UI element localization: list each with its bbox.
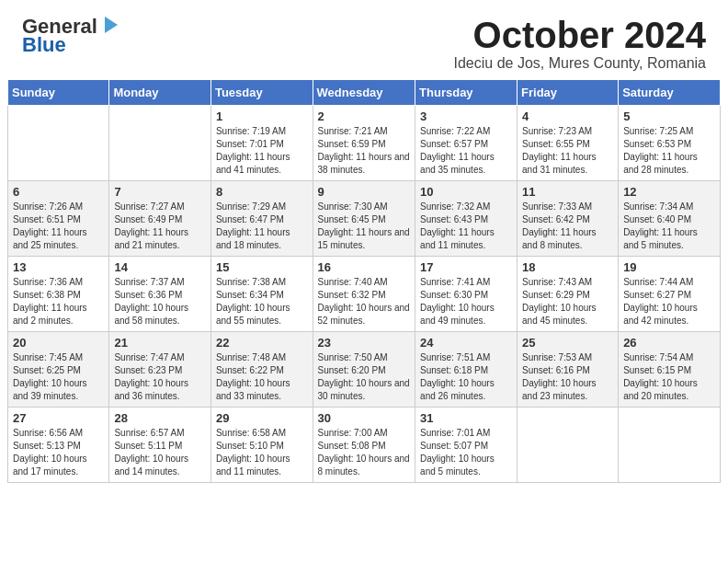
table-row: 6Sunrise: 7:26 AM Sunset: 6:51 PM Daylig… — [8, 181, 109, 257]
day-info: Sunrise: 7:54 AM Sunset: 6:15 PM Dayligh… — [623, 351, 715, 403]
logo-blue: Blue — [22, 33, 66, 57]
col-wednesday: Wednesday — [313, 80, 415, 106]
day-number: 21 — [114, 336, 206, 350]
day-number: 11 — [522, 185, 613, 199]
table-row: 18Sunrise: 7:43 AM Sunset: 6:29 PM Dayli… — [518, 257, 619, 332]
day-info: Sunrise: 7:33 AM Sunset: 6:42 PM Dayligh… — [522, 201, 613, 252]
day-number: 5 — [623, 109, 715, 123]
day-number: 25 — [522, 336, 613, 350]
table-row: 3Sunrise: 7:22 AM Sunset: 6:57 PM Daylig… — [415, 106, 518, 181]
day-number: 12 — [623, 185, 715, 199]
day-number: 26 — [623, 336, 715, 350]
day-number: 10 — [420, 185, 512, 199]
table-row — [518, 408, 619, 483]
table-row: 29Sunrise: 6:58 AM Sunset: 5:10 PM Dayli… — [210, 408, 313, 483]
table-row — [109, 106, 211, 181]
calendar-week-5: 27Sunrise: 6:56 AM Sunset: 5:13 PM Dayli… — [8, 408, 721, 483]
day-info: Sunrise: 7:38 AM Sunset: 6:34 PM Dayligh… — [216, 276, 308, 327]
table-row: 9Sunrise: 7:30 AM Sunset: 6:45 PM Daylig… — [313, 181, 415, 257]
table-row: 16Sunrise: 7:40 AM Sunset: 6:32 PM Dayli… — [313, 257, 415, 332]
calendar-header-row: Sunday Monday Tuesday Wednesday Thursday… — [8, 80, 721, 106]
day-number: 2 — [318, 109, 411, 123]
table-row: 11Sunrise: 7:33 AM Sunset: 6:42 PM Dayli… — [518, 181, 619, 257]
table-row — [619, 408, 721, 483]
day-number: 24 — [420, 336, 512, 350]
day-number: 30 — [318, 411, 411, 425]
col-friday: Friday — [518, 80, 619, 106]
day-info: Sunrise: 7:40 AM Sunset: 6:32 PM Dayligh… — [318, 276, 411, 327]
title-section: October 2024 Ideciu de Jos, Mures County… — [454, 15, 707, 72]
logo-arrow-icon — [99, 15, 119, 35]
day-number: 23 — [318, 336, 411, 350]
col-saturday: Saturday — [619, 80, 721, 106]
day-info: Sunrise: 7:23 AM Sunset: 6:55 PM Dayligh… — [522, 125, 613, 177]
table-row: 4Sunrise: 7:23 AM Sunset: 6:55 PM Daylig… — [518, 106, 619, 181]
svg-marker-0 — [105, 17, 118, 33]
table-row: 25Sunrise: 7:53 AM Sunset: 6:16 PM Dayli… — [518, 332, 619, 408]
col-tuesday: Tuesday — [210, 80, 313, 106]
day-info: Sunrise: 7:34 AM Sunset: 6:40 PM Dayligh… — [623, 201, 715, 252]
day-number: 18 — [522, 260, 613, 274]
location-subtitle: Ideciu de Jos, Mures County, Romania — [454, 55, 707, 72]
day-number: 27 — [13, 411, 104, 425]
calendar-week-3: 13Sunrise: 7:36 AM Sunset: 6:38 PM Dayli… — [8, 257, 721, 332]
day-number: 13 — [13, 260, 104, 274]
day-number: 7 — [114, 185, 206, 199]
day-info: Sunrise: 7:01 AM Sunset: 5:07 PM Dayligh… — [420, 427, 512, 478]
table-row: 23Sunrise: 7:50 AM Sunset: 6:20 PM Dayli… — [313, 332, 415, 408]
table-row: 5Sunrise: 7:25 AM Sunset: 6:53 PM Daylig… — [619, 106, 721, 181]
day-number: 16 — [318, 260, 411, 274]
day-info: Sunrise: 7:27 AM Sunset: 6:49 PM Dayligh… — [114, 201, 206, 252]
table-row: 15Sunrise: 7:38 AM Sunset: 6:34 PM Dayli… — [210, 257, 313, 332]
table-row: 27Sunrise: 6:56 AM Sunset: 5:13 PM Dayli… — [8, 408, 109, 483]
table-row: 31Sunrise: 7:01 AM Sunset: 5:07 PM Dayli… — [415, 408, 518, 483]
day-info: Sunrise: 7:43 AM Sunset: 6:29 PM Dayligh… — [522, 276, 613, 327]
day-number: 14 — [114, 260, 206, 274]
day-info: Sunrise: 7:22 AM Sunset: 6:57 PM Dayligh… — [420, 125, 512, 177]
day-info: Sunrise: 7:19 AM Sunset: 7:01 PM Dayligh… — [216, 125, 308, 177]
table-row: 14Sunrise: 7:37 AM Sunset: 6:36 PM Dayli… — [109, 257, 211, 332]
table-row: 24Sunrise: 7:51 AM Sunset: 6:18 PM Dayli… — [415, 332, 518, 408]
calendar-wrapper: Sunday Monday Tuesday Wednesday Thursday… — [0, 79, 728, 490]
day-info: Sunrise: 7:32 AM Sunset: 6:43 PM Dayligh… — [420, 201, 512, 252]
day-info: Sunrise: 7:37 AM Sunset: 6:36 PM Dayligh… — [114, 276, 206, 327]
day-number: 9 — [318, 185, 411, 199]
day-number: 31 — [420, 411, 512, 425]
day-number: 4 — [522, 109, 613, 123]
table-row: 28Sunrise: 6:57 AM Sunset: 5:11 PM Dayli… — [109, 408, 211, 483]
table-row: 26Sunrise: 7:54 AM Sunset: 6:15 PM Dayli… — [619, 332, 721, 408]
day-info: Sunrise: 7:41 AM Sunset: 6:30 PM Dayligh… — [420, 276, 512, 327]
calendar-week-2: 6Sunrise: 7:26 AM Sunset: 6:51 PM Daylig… — [8, 181, 721, 257]
day-number: 8 — [216, 185, 308, 199]
day-info: Sunrise: 7:44 AM Sunset: 6:27 PM Dayligh… — [623, 276, 715, 327]
day-number: 15 — [216, 260, 308, 274]
logo: General Blue — [22, 15, 119, 57]
day-number: 22 — [216, 336, 308, 350]
table-row: 8Sunrise: 7:29 AM Sunset: 6:47 PM Daylig… — [210, 181, 313, 257]
day-number: 17 — [420, 260, 512, 274]
day-number: 19 — [623, 260, 715, 274]
day-number: 3 — [420, 109, 512, 123]
day-info: Sunrise: 7:48 AM Sunset: 6:22 PM Dayligh… — [216, 351, 308, 403]
day-info: Sunrise: 7:51 AM Sunset: 6:18 PM Dayligh… — [420, 351, 512, 403]
day-info: Sunrise: 7:25 AM Sunset: 6:53 PM Dayligh… — [623, 125, 715, 177]
col-thursday: Thursday — [415, 80, 518, 106]
table-row: 1Sunrise: 7:19 AM Sunset: 7:01 PM Daylig… — [210, 106, 313, 181]
table-row: 12Sunrise: 7:34 AM Sunset: 6:40 PM Dayli… — [619, 181, 721, 257]
day-info: Sunrise: 6:56 AM Sunset: 5:13 PM Dayligh… — [13, 427, 104, 478]
table-row: 22Sunrise: 7:48 AM Sunset: 6:22 PM Dayli… — [210, 332, 313, 408]
day-info: Sunrise: 7:29 AM Sunset: 6:47 PM Dayligh… — [216, 201, 308, 252]
table-row: 20Sunrise: 7:45 AM Sunset: 6:25 PM Dayli… — [8, 332, 109, 408]
page-header: General Blue October 2024 Ideciu de Jos,… — [0, 0, 728, 79]
table-row: 7Sunrise: 7:27 AM Sunset: 6:49 PM Daylig… — [109, 181, 211, 257]
calendar-table: Sunday Monday Tuesday Wednesday Thursday… — [7, 79, 721, 483]
day-info: Sunrise: 7:26 AM Sunset: 6:51 PM Dayligh… — [13, 201, 104, 252]
day-info: Sunrise: 6:57 AM Sunset: 5:11 PM Dayligh… — [114, 427, 206, 478]
day-info: Sunrise: 7:47 AM Sunset: 6:23 PM Dayligh… — [114, 351, 206, 403]
day-number: 20 — [13, 336, 104, 350]
day-number: 29 — [216, 411, 308, 425]
day-info: Sunrise: 7:36 AM Sunset: 6:38 PM Dayligh… — [13, 276, 104, 327]
day-info: Sunrise: 7:53 AM Sunset: 6:16 PM Dayligh… — [522, 351, 613, 403]
day-number: 1 — [216, 109, 308, 123]
table-row: 2Sunrise: 7:21 AM Sunset: 6:59 PM Daylig… — [313, 106, 415, 181]
